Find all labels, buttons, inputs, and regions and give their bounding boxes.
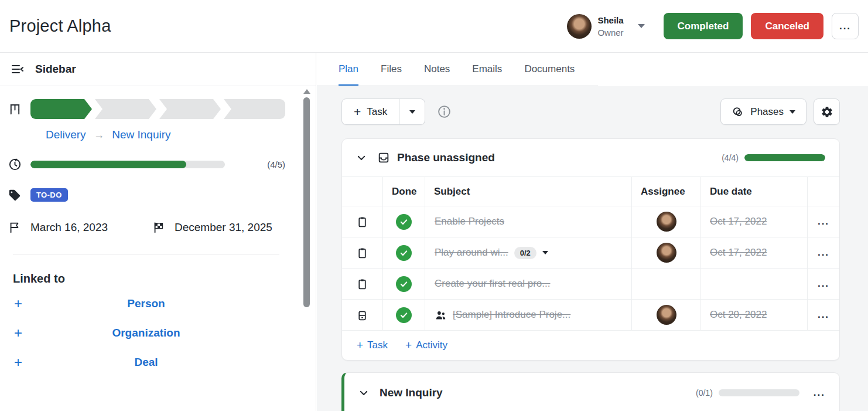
task-subject: Create your first real pro... — [435, 278, 550, 290]
task-subject: [Sample] Introduce Proje... — [453, 309, 570, 321]
end-date: December 31, 2025 — [175, 219, 279, 236]
column-header-actions — [808, 177, 839, 206]
add-task-link[interactable]: + Task — [357, 339, 388, 352]
chevron-down-icon — [638, 24, 645, 28]
due-date-cell[interactable] — [701, 269, 808, 300]
row-actions-cell: ... — [808, 206, 839, 237]
scrollbar-thumb[interactable] — [303, 97, 310, 307]
due-date-cell[interactable]: Oct 20, 2022 — [701, 300, 808, 331]
row-menu-button[interactable]: ... — [818, 278, 829, 290]
tab-notes[interactable]: Notes — [424, 53, 450, 86]
linked-row-organization: + Organization — [7, 318, 285, 348]
check-circle-icon — [396, 307, 412, 323]
pipeline-stage-2 — [95, 99, 156, 119]
due-date: Oct 17, 2022 — [710, 216, 767, 227]
add-task-label: Task — [367, 106, 387, 118]
add-task-button[interactable]: + Task — [342, 99, 399, 124]
add-activity-link[interactable]: + Activity — [405, 339, 447, 352]
person-link[interactable]: Person — [7, 297, 285, 310]
calendar-icon — [356, 309, 368, 321]
due-date-cell[interactable]: Oct 17, 2022 — [701, 237, 808, 269]
assignee-avatar — [657, 305, 676, 325]
todo-tag-badge[interactable]: TO-DO — [30, 188, 68, 202]
sidebar-body: Delivery → New Inquiry (4/5) — [0, 86, 316, 377]
add-task-dropdown[interactable] — [399, 99, 425, 124]
inbox-icon — [377, 151, 390, 164]
deal-link[interactable]: Deal — [7, 356, 285, 369]
tab-emails[interactable]: Emails — [472, 53, 502, 86]
toolbar-right: Phases — [720, 98, 840, 125]
column-header-type — [342, 177, 383, 206]
owner-selector[interactable]: Sheila Owner — [567, 14, 644, 39]
phase-unassigned-card: Phase unassigned (4/4) Done Subject — [341, 138, 840, 361]
row-actions-cell: ... — [808, 269, 839, 300]
sidebar-scrollbar[interactable] — [303, 87, 310, 411]
tab-bar: Plan Files Notes Emails Documents — [317, 53, 868, 86]
done-cell[interactable] — [383, 237, 425, 269]
assignee-cell[interactable] — [632, 237, 701, 269]
organization-link[interactable]: Organization — [7, 327, 285, 339]
task-subject: Play around wi... — [435, 247, 508, 259]
inquiry-card-title: New Inquiry — [380, 386, 443, 399]
phase-progress-bar — [744, 154, 825, 161]
collapse-sidebar-icon[interactable] — [11, 62, 25, 76]
subject-cell[interactable]: Create your first real pro... — [425, 269, 632, 300]
scrollbar-up-arrow[interactable] — [303, 89, 310, 94]
info-icon[interactable] — [437, 104, 452, 119]
caret-down-icon[interactable] — [542, 251, 548, 254]
stage-link-from[interactable]: Delivery — [46, 128, 86, 141]
subject-cell[interactable]: [Sample] Introduce Proje... — [425, 300, 632, 331]
due-date-cell[interactable]: Oct 17, 2022 — [701, 206, 808, 237]
pipeline-progress[interactable] — [30, 99, 285, 119]
stage-link-to[interactable]: New Inquiry — [112, 128, 170, 141]
more-actions-button[interactable]: ... — [832, 13, 859, 39]
subject-cell[interactable]: Enable Projects — [425, 206, 632, 237]
header-actions: Sheila Owner Completed Canceled ... — [567, 13, 859, 39]
task-progress-label: (4/5) — [267, 159, 285, 169]
clock-history-icon — [7, 158, 22, 171]
check-circle-icon — [396, 245, 412, 261]
done-cell[interactable] — [383, 206, 425, 237]
tab-files[interactable]: Files — [381, 53, 402, 86]
done-cell[interactable] — [383, 300, 425, 331]
row-menu-button[interactable]: ... — [818, 216, 829, 227]
owner-name: Sheila — [597, 14, 623, 27]
phase-card-title: Phase unassigned — [397, 151, 495, 164]
tag-icon — [7, 189, 22, 202]
assignee-cell[interactable] — [632, 206, 701, 237]
settings-button[interactable] — [814, 98, 840, 125]
plus-icon: + — [354, 105, 361, 119]
task-type-cell — [342, 269, 383, 300]
tab-plan[interactable]: Plan — [339, 53, 358, 86]
row-menu-button[interactable]: ... — [818, 247, 829, 259]
assignee-cell[interactable] — [632, 269, 701, 300]
inquiry-progress-bar — [719, 389, 799, 396]
tab-documents[interactable]: Documents — [524, 53, 575, 86]
done-cell[interactable] — [383, 269, 425, 300]
subtasks-badge[interactable]: 0/2 — [514, 247, 536, 259]
collapse-section-chevron[interactable] — [358, 388, 369, 398]
assignee-cell[interactable] — [632, 300, 701, 331]
collapse-section-chevron[interactable] — [356, 152, 367, 163]
task-table: Done Subject Assignee Due date — [342, 176, 839, 331]
caret-down-icon — [409, 110, 415, 114]
column-header-due: Due date — [701, 177, 808, 206]
clipboard-icon — [356, 216, 368, 228]
canceled-button[interactable]: Canceled — [751, 13, 823, 39]
due-date: Oct 17, 2022 — [710, 247, 767, 259]
row-actions-cell: ... — [808, 300, 839, 331]
pipeline-stage-3 — [159, 99, 221, 119]
inquiry-menu-button[interactable]: ... — [814, 387, 825, 399]
clipboard-icon — [356, 278, 368, 290]
subject-cell[interactable]: Play around wi... 0/2 — [425, 237, 632, 269]
column-header-assignee: Assignee — [632, 177, 701, 206]
milestone-icon — [7, 103, 22, 116]
row-actions-cell: ... — [808, 237, 839, 269]
add-task-split-button: + Task — [341, 98, 425, 125]
page-header: Project Alpha Sheila Owner Completed Can… — [0, 0, 868, 53]
linked-row-deal: + Deal — [7, 348, 285, 377]
completed-button[interactable]: Completed — [664, 13, 743, 39]
row-menu-button[interactable]: ... — [818, 309, 829, 321]
column-header-subject: Subject — [425, 177, 632, 206]
phases-button[interactable]: Phases — [720, 98, 807, 125]
